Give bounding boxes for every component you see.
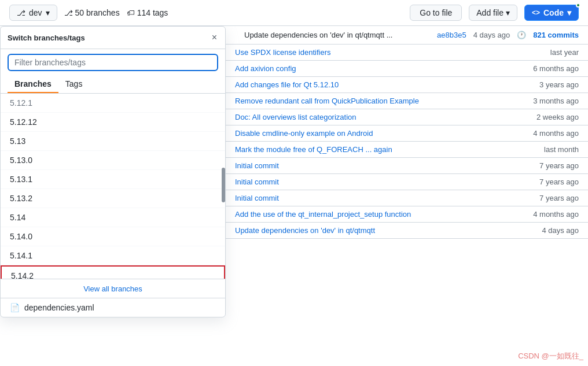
branch-item[interactable]: 5.14.1 <box>1 246 225 265</box>
file-entry-message: Disable cmdline-only example on Android <box>235 129 533 138</box>
branch-item[interactable]: 5.13.0 <box>1 151 225 170</box>
file-entry: Add axivion config6 months ago <box>226 61 588 77</box>
file-entry: Initial commit7 years ago <box>226 174 588 190</box>
go-to-file-button[interactable]: Go to file <box>410 5 462 21</box>
file-entry-message: Update dependencies on 'dev' in qt/qtmqt… <box>235 226 542 235</box>
tag-icon: 🏷 <box>127 8 135 17</box>
file-entry-message: Initial commit <box>235 194 539 202</box>
commit-bar: Update dependencies on 'dev' in qt/qtmqt… <box>226 26 588 45</box>
scrollbar-thumb[interactable] <box>222 168 225 202</box>
file-entry-time: last month <box>544 145 579 154</box>
file-entry-message: Add changes file for Qt 5.12.10 <box>235 80 539 89</box>
commit-hash[interactable]: ae8b3e5 <box>437 31 466 39</box>
file-entry: Update dependencies on 'dev' in qt/qtmqt… <box>226 223 588 239</box>
branch-name: dev <box>29 8 42 17</box>
file-entries: Use SPDX license identifierslast yearAdd… <box>226 45 588 239</box>
watermark: CSDN @一如既往_ <box>518 351 583 361</box>
file-entry: Doc: All overviews list categorization2 … <box>226 109 588 125</box>
tags-count: 114 tags <box>137 8 168 17</box>
branches-link[interactable]: ⎇ 50 branches <box>64 8 120 17</box>
commit-count: 821 commits <box>533 31 579 39</box>
branch-list-wrapper: 5.12.15.12.125.135.13.05.13.15.13.25.145… <box>1 94 225 279</box>
file-entry-message: Initial commit <box>235 161 539 170</box>
code-label: Code <box>543 8 564 17</box>
file-entry-time: 4 months ago <box>533 210 579 219</box>
branch-fork-icon: ⎇ <box>64 9 73 17</box>
branch-item[interactable]: 5.13.1 <box>1 170 225 189</box>
file-entry-message: Remove redundant call from QuickPublicat… <box>235 97 533 105</box>
file-row: 📄 dependencies.yaml <box>1 298 225 317</box>
commits-link[interactable]: 821 commits <box>533 31 579 39</box>
branch-item[interactable]: 5.13.2 <box>1 189 225 208</box>
file-entry: Use SPDX license identifierslast year <box>226 45 588 61</box>
tab-bar: Branches Tags <box>1 76 225 94</box>
file-entry-time: 4 days ago <box>542 226 579 235</box>
file-entry: Mark the module free of Q_FOREACH ... ag… <box>226 142 588 158</box>
commit-time: 4 days ago <box>473 31 510 39</box>
branch-item[interactable]: 5.12.12 <box>1 113 225 132</box>
clock-icon: 🕐 <box>517 31 526 39</box>
branch-list: 5.12.15.12.125.135.13.05.13.15.13.25.145… <box>1 94 225 279</box>
add-file-button[interactable]: Add file ▾ <box>469 5 517 21</box>
tab-branches[interactable]: Branches <box>8 76 58 93</box>
file-entry-message: Add the use of the qt_internal_project_s… <box>235 210 533 219</box>
commit-message: Update dependencies on 'dev' in qt/qtmqt… <box>235 31 430 39</box>
file-entry-time: 4 months ago <box>533 129 579 138</box>
branch-item[interactable]: 5.13 <box>1 132 225 151</box>
code-icon: <> <box>532 9 540 17</box>
chevron-down-icon: ▾ <box>506 8 510 17</box>
file-entry-message: Use SPDX license identifiers <box>235 48 550 57</box>
dropdown-title: Switch branches/tags <box>8 34 85 42</box>
file-entry-message: Mark the module free of Q_FOREACH ... ag… <box>235 145 544 154</box>
file-entry: Remove redundant call from QuickPublicat… <box>226 93 588 109</box>
close-button[interactable]: × <box>211 31 218 44</box>
file-icon: 📄 <box>10 303 20 312</box>
file-entry: Add changes file for Qt 5.12.103 years a… <box>226 77 588 93</box>
main-content: Switch branches/tags × Branches Tags 5.1… <box>0 26 588 366</box>
branch-dropdown: Switch branches/tags × Branches Tags 5.1… <box>0 26 226 317</box>
file-entry-time: 7 years ago <box>539 178 579 186</box>
chevron-down-icon: ▾ <box>46 8 50 17</box>
file-entry-time: 7 years ago <box>539 161 579 170</box>
file-entry-message: Initial commit <box>235 178 539 186</box>
file-entry-time: 2 weeks ago <box>536 113 579 121</box>
branch-item[interactable]: 5.14 <box>1 208 225 227</box>
file-entry-time: last year <box>550 48 579 57</box>
search-input[interactable] <box>8 54 218 71</box>
file-entry-time: 3 months ago <box>533 97 579 105</box>
branches-count: 50 branches <box>75 8 120 17</box>
file-entry: Disable cmdline-only example on Android4… <box>226 125 588 142</box>
code-button[interactable]: <> Code ▾ <box>524 5 579 21</box>
tags-link[interactable]: 🏷 114 tags <box>127 8 168 17</box>
add-file-label: Add file <box>476 8 504 17</box>
tab-tags[interactable]: Tags <box>58 76 90 93</box>
branch-item[interactable]: 5.12.1 <box>1 94 225 113</box>
notification-dot <box>576 3 580 8</box>
branch-item[interactable]: 5.14.2 <box>1 265 225 279</box>
view-all-branches: View all branches <box>1 279 225 298</box>
file-entry-message: Doc: All overviews list categorization <box>235 113 536 121</box>
chevron-down-icon: ▾ <box>567 8 571 17</box>
view-all-link[interactable]: View all branches <box>83 284 142 293</box>
file-entry-time: 6 months ago <box>533 64 579 73</box>
file-entry-time: 3 years ago <box>539 80 579 89</box>
file-entry-message: Add axivion config <box>235 64 533 73</box>
branch-icon: ⎇ <box>17 9 25 17</box>
page: ⎇ dev ▾ ⎇ 50 branches 🏷 114 tags Go to f… <box>0 0 588 366</box>
top-bar: ⎇ dev ▾ ⎇ 50 branches 🏷 114 tags Go to f… <box>0 0 588 26</box>
file-name: dependencies.yaml <box>24 303 94 312</box>
dropdown-header: Switch branches/tags × <box>1 27 225 49</box>
file-entry-time: 7 years ago <box>539 194 579 202</box>
file-entry: Initial commit7 years ago <box>226 158 588 174</box>
branch-selector-button[interactable]: ⎇ dev ▾ <box>9 5 57 21</box>
file-entry: Add the use of the qt_internal_project_s… <box>226 206 588 223</box>
branch-item[interactable]: 5.14.0 <box>1 227 225 246</box>
file-list-panel: Update dependencies on 'dev' in qt/qtmqt… <box>226 26 588 366</box>
file-entry: Initial commit7 years ago <box>226 190 588 206</box>
